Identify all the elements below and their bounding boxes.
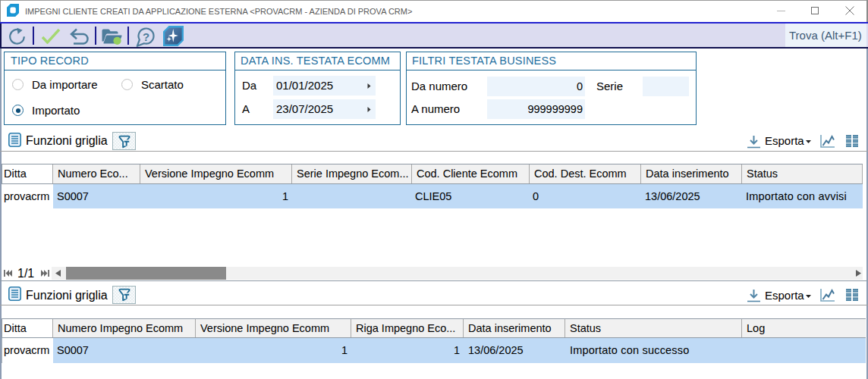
svg-text:?: ? <box>143 30 149 43</box>
